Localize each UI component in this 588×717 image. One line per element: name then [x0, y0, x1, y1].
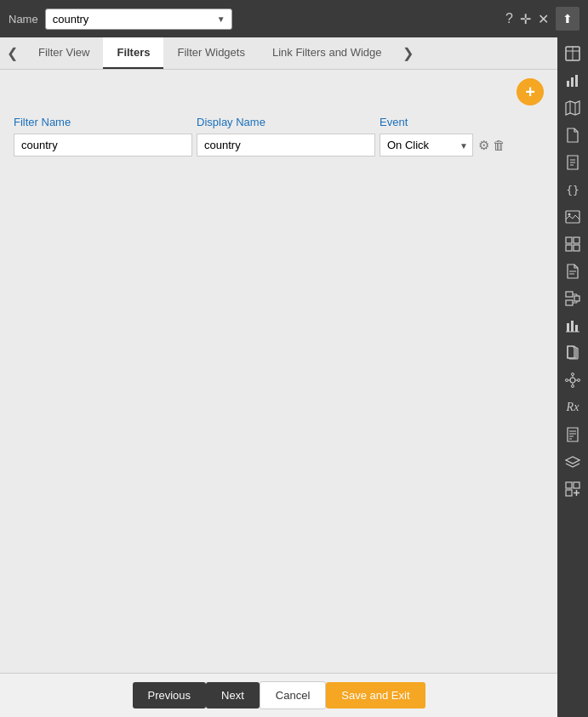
filter-display-input[interactable] [197, 134, 375, 156]
close-icon[interactable]: ✕ [538, 11, 549, 27]
cancel-button[interactable]: Cancel [260, 681, 326, 709]
sidebar-widget-icon[interactable] [559, 476, 586, 502]
save-exit-button[interactable]: Save and Exit [326, 682, 425, 708]
tab-filters[interactable]: Filters [103, 37, 163, 69]
tab-filter-widgets[interactable]: Filter Widgets [163, 37, 258, 69]
name-select[interactable]: country [45, 9, 232, 30]
main-area: ❮ Filter View Filters Filter Widgets Lin… [0, 37, 588, 717]
svg-point-34 [572, 385, 574, 388]
header: Name country ? ✛ ✕ ⬆ [0, 0, 588, 37]
filter-event-header: Event [380, 116, 482, 128]
svg-rect-29 [575, 325, 578, 332]
left-panel: ❮ Filter View Filters Filter Widgets Lin… [0, 37, 557, 717]
sidebar-chart-icon[interactable] [559, 68, 586, 94]
previous-button[interactable]: Previous [133, 682, 207, 708]
sidebar-map-icon[interactable] [559, 95, 586, 121]
sidebar-report-icon[interactable] [559, 422, 586, 447]
svg-point-13 [568, 213, 571, 216]
right-sidebar: {} Rx [557, 37, 588, 717]
svg-rect-4 [571, 77, 574, 87]
svg-rect-27 [567, 323, 569, 332]
filter-row-actions: ⚙ 🗑 [478, 138, 505, 153]
name-select-wrapper: country [45, 9, 232, 30]
svg-point-35 [566, 379, 568, 382]
sidebar-table-icon[interactable] [559, 41, 586, 66]
sidebar-component-icon[interactable] [559, 286, 586, 311]
svg-point-33 [572, 373, 574, 376]
filter-row: On Click On Change On Load ⚙ 🗑 [14, 134, 544, 156]
header-icons: ? ✛ ✕ ⬆ [505, 7, 579, 31]
footer: Previous Next Cancel Save and Exit [0, 673, 557, 717]
sidebar-rx-icon[interactable]: Rx [559, 395, 586, 420]
svg-rect-15 [574, 237, 579, 243]
tab-filter-view[interactable]: Filter View [25, 37, 103, 69]
filter-settings-icon[interactable]: ⚙ [478, 138, 489, 153]
svg-point-36 [578, 379, 580, 382]
svg-rect-20 [566, 292, 573, 297]
footer-wrapper: Previous Next Cancel Save and Exit [0, 674, 557, 717]
up-button[interactable]: ⬆ [556, 7, 579, 31]
filter-event-wrapper: On Click On Change On Load [380, 134, 473, 156]
name-label: Name [9, 13, 38, 26]
sidebar-code-icon[interactable]: {} [559, 177, 586, 202]
sidebar-image-icon[interactable] [559, 204, 586, 230]
filter-name-input[interactable] [14, 134, 192, 156]
filter-display-header: Display Name [197, 116, 380, 128]
sidebar-file-icon[interactable] [559, 122, 586, 148]
sidebar-layers-icon[interactable] [559, 449, 586, 475]
next-button[interactable]: Next [206, 682, 260, 708]
svg-rect-22 [574, 296, 579, 301]
sidebar-grid-icon[interactable] [559, 231, 586, 257]
filter-name-header: Filter Name [14, 116, 197, 128]
filter-delete-icon[interactable]: 🗑 [493, 138, 505, 152]
move-icon[interactable]: ✛ [520, 11, 531, 27]
content-area: + Filter Name Display Name Event On Clic… [0, 70, 557, 673]
tabs-bar: ❮ Filter View Filters Filter Widgets Lin… [0, 37, 557, 70]
filter-table-header: Filter Name Display Name Event [14, 116, 544, 128]
svg-rect-14 [566, 237, 572, 243]
svg-rect-21 [566, 300, 573, 305]
svg-rect-17 [574, 245, 579, 251]
svg-rect-47 [566, 490, 572, 496]
sidebar-copy-icon[interactable] [559, 340, 586, 366]
svg-rect-28 [571, 321, 574, 332]
add-btn-row: + [14, 78, 544, 105]
svg-marker-6 [566, 101, 579, 115]
tabs-next-arrow[interactable]: ❯ [396, 37, 420, 69]
filter-event-select[interactable]: On Click On Change On Load [380, 134, 473, 156]
svg-point-32 [570, 378, 575, 383]
svg-rect-5 [575, 75, 578, 87]
svg-rect-45 [566, 482, 572, 488]
svg-rect-16 [566, 245, 572, 251]
svg-rect-46 [574, 482, 579, 488]
tabs-prev-arrow[interactable]: ❮ [0, 37, 25, 69]
sidebar-bar-chart-icon[interactable] [559, 313, 586, 339]
sidebar-doc-icon[interactable] [559, 259, 586, 284]
sidebar-text-icon[interactable] [559, 150, 586, 175]
add-filter-button[interactable]: + [517, 78, 544, 105]
sidebar-network-icon[interactable] [559, 367, 586, 393]
svg-rect-3 [567, 81, 569, 87]
tab-link-filters[interactable]: Link Filters and Widge [259, 37, 396, 69]
help-icon[interactable]: ? [505, 11, 513, 26]
